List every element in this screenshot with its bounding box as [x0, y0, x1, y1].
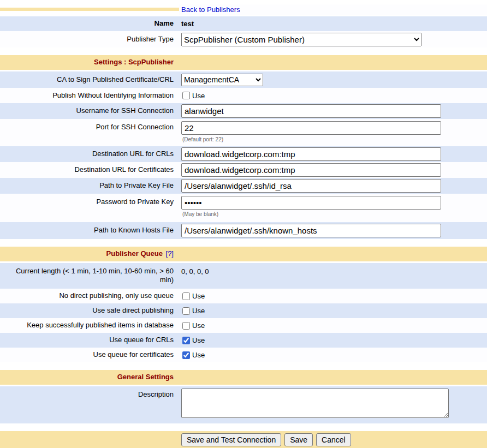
cert-url-cell	[179, 162, 487, 178]
queue-length-cell: 0, 0, 0, 0	[179, 263, 487, 277]
port-input[interactable]	[181, 121, 441, 135]
safe-direct-publishing-row: Use safe direct publishing Use	[0, 303, 487, 318]
description-textarea[interactable]	[181, 389, 449, 418]
password-input[interactable]	[181, 196, 441, 210]
keep-published-row: Keep successfully published items in dat…	[0, 318, 487, 333]
known-hosts-cell	[179, 223, 487, 238]
keep-published-label: Keep successfully published items in dat…	[0, 319, 179, 331]
password-cell: (May be blank)	[179, 194, 487, 218]
keep-published-checkbox[interactable]	[182, 322, 190, 330]
crl-url-row: Destination URL for CRLs	[0, 146, 487, 162]
queue-length-label: Current length (< 1 min, 1-10 min, 10-60…	[0, 263, 179, 286]
cert-url-label: Destination URL for Certificates	[0, 164, 179, 176]
key-path-label: Path to Private Key File	[0, 180, 179, 192]
anonymous-cell: Use	[179, 91, 487, 101]
settings-section-title: Settings : ScpPublisher	[0, 56, 179, 68]
publisher-type-row: Publisher Type ScpPublisher (Custom Publ…	[0, 31, 487, 47]
known-hosts-row: Path to Known Hosts File	[0, 222, 487, 239]
ca-label: CA to Sign Published Certificate/CRL	[0, 74, 179, 86]
description-row: Description	[0, 386, 487, 423]
keep-published-cell: Use	[179, 320, 487, 331]
name-value: test	[181, 20, 194, 28]
username-input[interactable]	[181, 104, 441, 118]
no-direct-publishing-checkbox[interactable]	[182, 292, 190, 300]
general-header-spacer	[179, 377, 487, 379]
back-link-cell: Back to Publishers	[179, 4, 487, 15]
no-direct-publishing-row: No direct publishing, only use queue Use	[0, 289, 487, 303]
settings-header-spacer	[179, 62, 487, 64]
crl-url-input[interactable]	[181, 147, 441, 161]
safe-direct-publishing-cell: Use	[179, 306, 487, 316]
queue-for-crls-cell: Use	[179, 335, 487, 345]
queue-for-certs-label: Use queue for certificates	[0, 349, 179, 361]
settings-section-header: Settings : ScpPublisher	[0, 55, 487, 70]
cancel-button[interactable]: Cancel	[316, 433, 351, 446]
general-section-title: General Settings	[0, 371, 179, 383]
key-path-cell	[179, 178, 487, 194]
known-hosts-label: Path to Known Hosts File	[0, 224, 179, 236]
port-hint: (Default port: 22)	[181, 136, 223, 142]
port-label: Port for SSH Connection	[0, 119, 179, 133]
no-direct-publishing-cell: Use	[179, 291, 487, 301]
anonymous-label: Publish Without Identifying Information	[0, 89, 179, 101]
publisher-type-cell: ScpPublisher (Custom Publisher)	[179, 32, 487, 47]
safe-direct-publishing-checkbox[interactable]	[182, 307, 190, 315]
ca-select[interactable]: ManagementCA	[181, 74, 263, 86]
publisher-edit-page: Back to Publishers Name test Publisher T…	[0, 0, 487, 448]
cert-url-input[interactable]	[181, 163, 441, 177]
password-hint: (May be blank)	[181, 211, 218, 217]
publisher-type-select[interactable]: ScpPublisher (Custom Publisher)	[181, 33, 421, 46]
name-row: Name test	[0, 16, 487, 31]
no-direct-publishing-label: No direct publishing, only use queue	[0, 290, 179, 302]
queue-section-title-cell: Publisher Queue [?]	[0, 248, 179, 260]
actions-row: Save and Test Connection Save Cancel	[0, 431, 487, 448]
general-section-header: General Settings	[0, 370, 487, 385]
queue-section-title: Publisher Queue	[106, 249, 163, 258]
name-value-cell: test	[179, 19, 487, 29]
crl-url-label: Destination URL for CRLs	[0, 148, 179, 160]
publisher-type-label: Publisher Type	[0, 33, 179, 45]
port-row: Port for SSH Connection (Default port: 2…	[0, 119, 487, 146]
queue-header-spacer	[179, 253, 487, 255]
queue-for-certs-checkbox[interactable]	[182, 351, 190, 359]
port-cell: (Default port: 22)	[179, 119, 487, 144]
queue-for-crls-row: Use queue for CRLs Use	[0, 333, 487, 348]
queue-section-header: Publisher Queue [?]	[0, 247, 487, 261]
ca-row: CA to Sign Published Certificate/CRL Man…	[0, 71, 487, 88]
username-row: Username for SSH Connection	[0, 103, 487, 119]
queue-for-crls-use-label: Use	[192, 336, 205, 344]
safe-direct-publishing-label: Use safe direct publishing	[0, 304, 179, 316]
cert-url-row: Destination URL for Certificates	[0, 162, 487, 178]
queue-length-value: 0, 0, 0, 0	[181, 265, 209, 276]
queue-help-link[interactable]: [?]	[166, 249, 174, 258]
queue-for-crls-checkbox[interactable]	[182, 337, 190, 344]
top-left-spacer	[0, 8, 179, 11]
actions-cell: Save and Test Connection Save Cancel	[179, 432, 487, 447]
safe-direct-publishing-use-label: Use	[192, 307, 205, 315]
queue-for-certs-use-label: Use	[192, 351, 205, 359]
username-label: Username for SSH Connection	[0, 105, 179, 117]
keep-published-use-label: Use	[192, 321, 205, 330]
queue-length-row: Current length (< 1 min, 1-10 min, 10-60…	[0, 263, 487, 289]
known-hosts-input[interactable]	[181, 224, 441, 237]
queue-for-certs-row: Use queue for certificates Use	[0, 348, 487, 362]
anonymous-row: Publish Without Identifying Information …	[0, 88, 487, 103]
key-path-input[interactable]	[181, 179, 441, 193]
anonymous-checkbox[interactable]	[182, 92, 190, 99]
password-label: Password to Private Key	[0, 194, 179, 208]
save-and-test-button[interactable]: Save and Test Connection	[181, 433, 281, 446]
name-label: Name	[0, 17, 179, 29]
save-button[interactable]: Save	[284, 433, 313, 446]
no-direct-publishing-use-label: Use	[192, 292, 205, 300]
username-cell	[179, 103, 487, 119]
password-row: Password to Private Key (May be blank)	[0, 194, 487, 222]
key-path-row: Path to Private Key File	[0, 178, 487, 194]
queue-for-certs-cell: Use	[179, 350, 487, 360]
queue-for-crls-label: Use queue for CRLs	[0, 334, 179, 346]
crl-url-cell	[179, 146, 487, 162]
description-cell	[179, 386, 487, 419]
back-link-row: Back to Publishers	[0, 2, 487, 16]
actions-left-spacer	[0, 438, 179, 441]
back-to-publishers-link[interactable]: Back to Publishers	[181, 5, 240, 14]
description-label: Description	[0, 386, 179, 401]
